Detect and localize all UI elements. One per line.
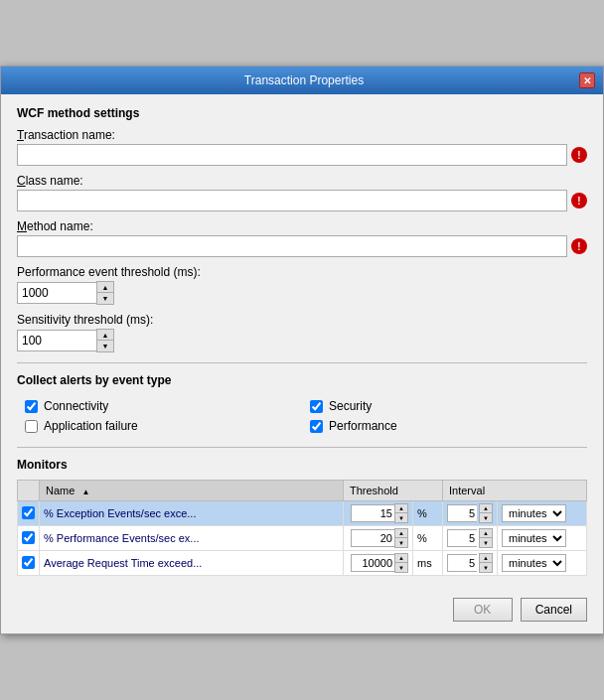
alerts-checkbox-grid: Connectivity Security Application failur… [17,395,587,437]
interval-down-button[interactable]: ▼ [480,538,492,547]
perf-threshold-spinner: ▲ ▼ [17,281,587,305]
interval-unit-select[interactable]: minuteshoursdays [502,504,566,522]
row-threshold-cell: ▲ ▼ [344,526,413,551]
app-failure-checkbox[interactable] [25,420,38,433]
transaction-name-row: ! [17,144,587,166]
dialog-title: Transaction Properties [29,73,579,87]
row-interval-cell: ▲ ▼ [443,501,498,526]
threshold-down-button[interactable]: ▼ [395,513,407,522]
row-interval-unit-cell: minuteshoursdays [498,526,587,551]
threshold-input[interactable] [351,529,394,547]
interval-spinner: ▲ ▼ [447,528,493,548]
interval-up-button[interactable]: ▲ [480,504,492,513]
sensitivity-down-button[interactable]: ▼ [97,341,113,351]
method-name-error-icon: ! [571,238,587,254]
sensitivity-spinner-buttons: ▲ ▼ [96,329,114,352]
interval-up-button[interactable]: ▲ [480,529,492,538]
threshold-down-button[interactable]: ▼ [395,538,407,547]
perf-threshold-input[interactable] [17,282,96,304]
threshold-spinner-buttons: ▲ ▼ [394,503,408,523]
sort-arrow-icon: ▲ [81,488,89,496]
interval-down-button[interactable]: ▼ [480,513,492,522]
transaction-name-group: Transaction name: ! [17,128,587,166]
sensitivity-spinner: ▲ ▼ [17,329,587,352]
threshold-spinner: ▲ ▼ [348,553,408,573]
monitors-section-title: Monitors [17,458,587,472]
security-label: Security [329,399,372,413]
monitors-table-body: % Exception Events/sec exce... ▲ ▼ % ▲ ▼ [18,501,587,576]
interval-input[interactable] [447,554,477,572]
threshold-spinner: ▲ ▼ [348,528,408,548]
threshold-up-button[interactable]: ▲ [395,554,407,563]
performance-label: Performance [329,419,397,433]
connectivity-label: Connectivity [44,399,108,413]
method-name-input[interactable] [17,235,567,257]
interval-up-button[interactable]: ▲ [480,554,492,563]
row-name: % Performance Events/sec ex... [40,526,344,551]
transaction-properties-dialog: Transaction Properties ✕ WCF method sett… [0,66,604,634]
method-name-label: Method name: [17,219,587,233]
alerts-section-title: Collect alerts by event type [17,373,587,387]
interval-input[interactable] [447,504,477,522]
cancel-button[interactable]: Cancel [521,598,587,622]
class-name-label: Class name: [17,174,587,188]
perf-threshold-down-button[interactable]: ▼ [97,293,113,304]
row-unit: ms [413,551,443,576]
interval-down-button[interactable]: ▼ [480,563,492,572]
interval-input[interactable] [447,529,477,547]
class-name-row: ! [17,190,587,211]
performance-item: Performance [310,419,579,433]
interval-unit-select[interactable]: minuteshoursdays [502,554,566,572]
class-name-input[interactable] [17,190,567,211]
row-unit: % [413,526,443,551]
threshold-spinner-buttons: ▲ ▼ [394,553,408,573]
monitors-table: Name ▲ Threshold Interval % Exception Ev… [17,480,587,576]
dialog-content: WCF method settings Transaction name: ! … [1,94,603,588]
perf-threshold-group: Performance event threshold (ms): ▲ ▼ [17,265,587,305]
threshold-up-button[interactable]: ▲ [395,504,407,513]
threshold-spinner-buttons: ▲ ▼ [394,528,408,548]
row-checkbox[interactable] [22,506,35,519]
table-row: Average Request Time exceed... ▲ ▼ ms ▲ … [18,551,587,576]
perf-threshold-up-button[interactable]: ▲ [97,282,113,293]
col-interval: Interval [443,481,587,501]
row-interval-cell: ▲ ▼ [443,551,498,576]
interval-spinner-buttons: ▲ ▼ [479,553,493,573]
alerts-section: Collect alerts by event type Connectivit… [17,373,587,437]
col-check [18,481,40,501]
transaction-name-error-icon: ! [571,147,587,163]
row-interval-unit-cell: minuteshoursdays [498,501,587,526]
connectivity-checkbox[interactable] [25,400,38,413]
divider-2 [17,447,587,448]
ok-button[interactable]: OK [453,598,513,622]
threshold-spinner: ▲ ▼ [348,503,408,523]
row-threshold-cell: ▲ ▼ [344,551,413,576]
interval-spinner-buttons: ▲ ▼ [479,503,493,523]
performance-checkbox[interactable] [310,420,323,433]
wcf-section: WCF method settings Transaction name: ! … [17,106,587,352]
threshold-input[interactable] [351,504,394,522]
col-name[interactable]: Name ▲ [40,481,344,501]
security-checkbox[interactable] [310,400,323,413]
threshold-input[interactable] [351,554,394,572]
row-checkbox-cell [18,526,40,551]
perf-threshold-spinner-buttons: ▲ ▼ [96,281,114,305]
threshold-up-button[interactable]: ▲ [395,529,407,538]
close-button[interactable]: ✕ [579,72,595,88]
row-unit: % [413,501,443,526]
sensitivity-up-button[interactable]: ▲ [97,330,113,341]
title-bar: Transaction Properties ✕ [1,67,603,94]
interval-unit-select[interactable]: minuteshoursdays [502,529,566,547]
security-item: Security [310,399,579,413]
method-name-group: Method name: ! [17,219,587,257]
threshold-down-button[interactable]: ▼ [395,563,407,572]
interval-spinner-buttons: ▲ ▼ [479,528,493,548]
row-threshold-cell: ▲ ▼ [344,501,413,526]
transaction-name-input[interactable] [17,144,567,166]
interval-spinner: ▲ ▼ [447,503,493,523]
row-checkbox[interactable] [22,556,35,569]
connectivity-item: Connectivity [25,399,294,413]
sensitivity-label: Sensitivity threshold (ms): [17,313,587,327]
sensitivity-input[interactable] [17,330,96,351]
row-checkbox[interactable] [22,531,35,544]
